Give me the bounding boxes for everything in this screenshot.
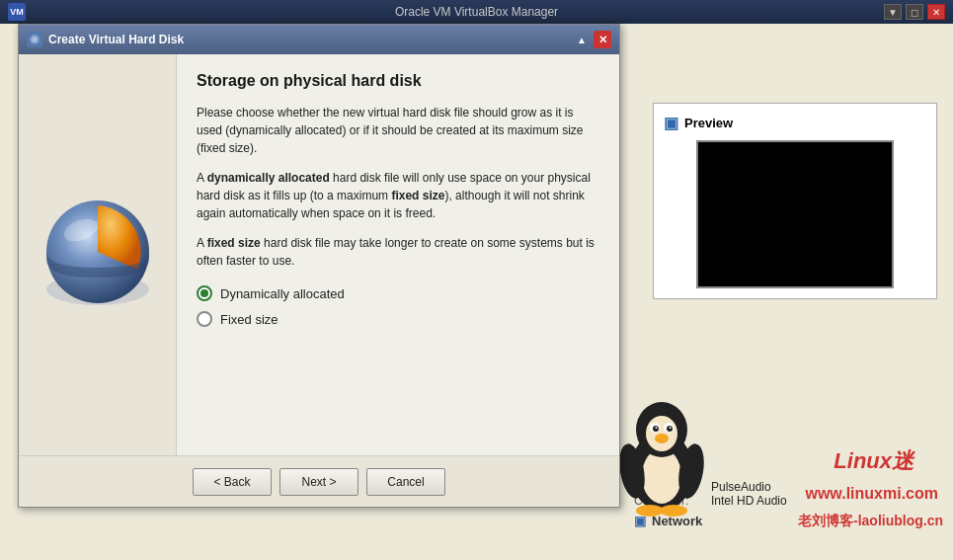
radio-dynamic-option[interactable]: Dynamically allocated	[197, 285, 599, 301]
app-minimize-btn[interactable]: ▼	[884, 4, 902, 20]
svg-point-10	[655, 434, 669, 443]
watermark-url: www.linuxmi.com	[805, 485, 938, 503]
dialog-body: Storage on physical hard disk Please cho…	[19, 54, 619, 455]
dialog-title: Create Virtual Hard Disk	[48, 33, 184, 46]
dialog-para2: A dynamically allocated hard disk file w…	[197, 169, 599, 222]
svg-point-7	[667, 426, 673, 432]
app-logo: VM	[8, 3, 26, 21]
preview-screen	[696, 140, 894, 288]
svg-point-8	[656, 427, 658, 429]
app-title: Oracle VM VirtualBox Manager	[395, 5, 558, 19]
app-titlebar: VM Oracle VM VirtualBox Manager ▼ ◻ ✕	[0, 0, 953, 24]
create-virtual-hard-disk-dialog: Create Virtual Hard Disk ▲ ✕	[18, 24, 620, 508]
dialog-icon	[27, 32, 42, 47]
next-button[interactable]: Next >	[279, 468, 358, 496]
radio-dynamic-circle	[197, 285, 212, 301]
preview-label: Preview	[684, 116, 733, 130]
radio-fixed-label: Fixed size	[220, 312, 278, 327]
radio-dynamic-label: Dynamically allocated	[220, 286, 345, 301]
dialog-titlebar: Create Virtual Hard Disk ▲ ✕	[19, 25, 619, 54]
tux-illustration	[612, 392, 731, 530]
radio-fixed-option[interactable]: Fixed size	[197, 311, 599, 327]
dialog-footer: < Back Next > Cancel	[19, 455, 619, 507]
svg-point-14	[660, 505, 687, 517]
preview-box: ▣ Preview	[653, 103, 937, 299]
svg-point-6	[653, 426, 659, 432]
disk-svg	[34, 191, 162, 319]
dialog-titlebar-controls: ▲ ✕	[574, 31, 611, 48]
svg-point-16	[32, 37, 38, 42]
preview-icon: ▣	[664, 114, 678, 132]
svg-point-13	[636, 505, 664, 517]
svg-point-9	[670, 427, 672, 429]
preview-title: ▣ Preview	[664, 114, 926, 132]
back-button[interactable]: < Back	[193, 468, 272, 496]
cancel-button[interactable]: Cancel	[366, 468, 445, 496]
dialog-close-btn[interactable]: ✕	[594, 31, 611, 48]
watermark-blog: 老刘博客-laoliublog.cn	[798, 513, 943, 530]
dialog-arrow-up-btn[interactable]: ▲	[574, 32, 590, 47]
app-window-controls: ▼ ◻ ✕	[884, 4, 945, 20]
dialog-heading: Storage on physical hard disk	[197, 72, 599, 90]
storage-type-radio-group: Dynamically allocated Fixed size	[197, 285, 599, 327]
app-restore-btn[interactable]: ◻	[906, 4, 923, 20]
dialog-para3: A fixed size hard disk file may take lon…	[197, 234, 599, 270]
dialog-titlebar-left: Create Virtual Hard Disk	[27, 32, 184, 47]
dialog-para1: Please choose whether the new virtual ha…	[197, 104, 599, 157]
radio-fixed-circle	[197, 311, 212, 327]
watermark-brand: Linux迷	[834, 446, 913, 476]
app-close-btn[interactable]: ✕	[927, 4, 945, 20]
dialog-image-panel	[19, 54, 177, 455]
dialog-content: Storage on physical hard disk Please cho…	[177, 54, 619, 455]
